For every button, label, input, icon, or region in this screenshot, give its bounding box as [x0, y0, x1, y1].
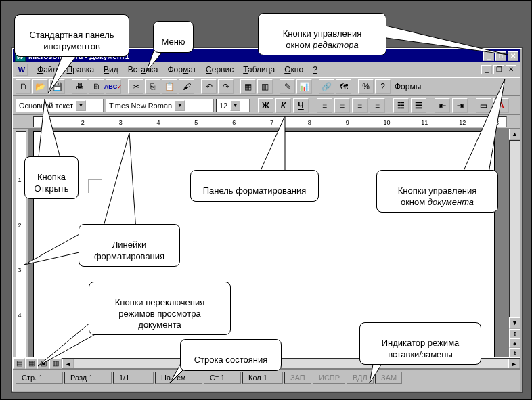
callout-editor-buttons: Кнопки управления окном редактора: [258, 13, 386, 55]
zoom-button[interactable]: %: [358, 79, 374, 94]
callout-rulers: Линейки форматирования: [79, 224, 180, 267]
forms-label: Формы: [392, 82, 424, 91]
doc-minimize-button[interactable]: _: [481, 65, 492, 74]
formatting-toolbar: Основной текст ▼ Times New Roman ▼ 12 ▼ …: [13, 96, 520, 115]
redo-button[interactable]: ↷: [218, 79, 234, 94]
decrease-indent-button[interactable]: ⇤: [435, 98, 450, 113]
bold-button[interactable]: Ж: [258, 98, 273, 113]
status-col: Кол 1: [242, 372, 283, 384]
margin-indicator: [88, 179, 102, 193]
columns-button[interactable]: ▥: [257, 79, 273, 94]
callout-open-button: Кнопка Открыть: [24, 156, 79, 199]
callout-formatting-panel: Панель форматирования: [190, 170, 319, 202]
insert-table-button[interactable]: ▦: [240, 79, 256, 94]
size-value: 12: [219, 102, 227, 110]
format-painter-button[interactable]: 🖌: [179, 79, 194, 94]
doc-map-button[interactable]: 🗺: [336, 79, 351, 94]
status-rec[interactable]: ЗАП: [284, 372, 311, 384]
align-left-button[interactable]: ≡: [317, 98, 332, 113]
chevron-down-icon[interactable]: ▼: [175, 100, 185, 111]
callout-ovr-indicator: Индикатор режима вставки/замены: [359, 322, 481, 365]
doc-icon[interactable]: W: [16, 64, 28, 76]
svg-marker-3: [38, 99, 62, 163]
font-value: Times New Roman: [109, 102, 172, 110]
menu-help[interactable]: ?: [309, 64, 322, 76]
doc-close-button[interactable]: ✕: [506, 65, 516, 74]
chevron-down-icon[interactable]: ▼: [230, 100, 240, 111]
svg-marker-7: [24, 231, 85, 265]
document-window-buttons: _ ❐ ✕: [481, 65, 518, 74]
menu-table[interactable]: Таблица: [239, 64, 279, 76]
open-button[interactable]: 📂: [32, 79, 48, 94]
align-justify-button[interactable]: ≡: [370, 98, 385, 113]
underline-button[interactable]: Ч: [293, 98, 309, 113]
undo-button[interactable]: ↶: [201, 79, 217, 94]
paste-button[interactable]: 📋: [162, 79, 177, 94]
increase-indent-button[interactable]: ⇥: [452, 98, 468, 113]
align-center-button[interactable]: ≡: [334, 98, 350, 113]
menu-window[interactable]: Окно: [280, 64, 307, 76]
menu-tools[interactable]: Сервис: [202, 64, 238, 76]
status-section: Разд 1: [64, 372, 112, 384]
copy-button[interactable]: ⎘: [145, 79, 160, 94]
callout-std-toolbar: Стандартная панель инструментов: [14, 14, 129, 57]
web-view-button[interactable]: ▦: [25, 358, 37, 369]
cut-button[interactable]: ✂: [128, 79, 143, 94]
svg-marker-4: [258, 116, 285, 177]
prev-page-button[interactable]: ⇞: [509, 329, 520, 338]
callout-status-bar: Строка состояния: [180, 339, 282, 371]
font-combo[interactable]: Times New Roman ▼: [106, 99, 214, 112]
doc-restore-button[interactable]: ❐: [493, 65, 504, 74]
italic-button[interactable]: К: [275, 98, 291, 113]
chart-button[interactable]: 📊: [296, 79, 312, 94]
status-trk[interactable]: ИСПР: [313, 372, 345, 384]
callout-view-modes: Кнопки переключения режимов просмотра до…: [89, 282, 231, 335]
browse-object-button[interactable]: ●: [509, 338, 520, 348]
numbered-list-button[interactable]: ☷: [393, 98, 409, 113]
status-line: Ст 1: [204, 372, 241, 384]
hyperlink-button[interactable]: 🔗: [319, 79, 334, 94]
scroll-right-button[interactable]: ►: [508, 359, 520, 368]
status-page: Стр. 1: [16, 372, 63, 384]
align-right-button[interactable]: ≡: [352, 98, 368, 113]
status-bar: Стр. 1 Разд 1 1/1 На 2см Ст 1 Кол 1 ЗАП …: [13, 370, 520, 384]
drawing-button[interactable]: ✎: [280, 79, 295, 94]
bulleted-list-button[interactable]: ☰: [411, 98, 426, 113]
status-pages: 1/1: [113, 372, 154, 384]
new-button[interactable]: 🗋: [16, 79, 31, 94]
size-combo[interactable]: 12 ▼: [216, 99, 250, 112]
scroll-down-button[interactable]: ▼: [509, 317, 520, 329]
help-button[interactable]: ?: [375, 79, 391, 94]
next-page-button[interactable]: ⇟: [509, 348, 520, 357]
svg-marker-2: [380, 24, 508, 55]
callout-doc-buttons: Кнопки управления окном документа: [376, 170, 498, 213]
normal-view-button[interactable]: ▤: [13, 358, 25, 369]
callout-menu: Меню: [153, 21, 194, 53]
